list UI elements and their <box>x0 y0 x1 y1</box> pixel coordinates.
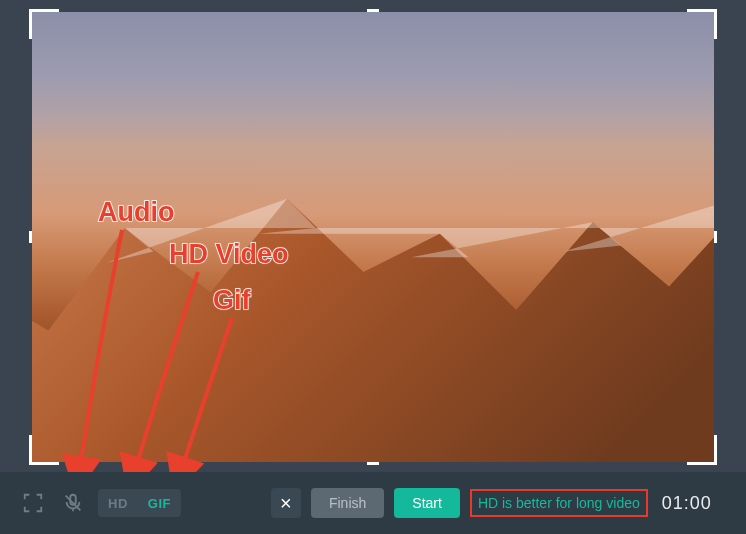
recording-timer: 01:00 <box>662 493 712 514</box>
resize-handle-left[interactable] <box>29 231 32 243</box>
resize-handle-right[interactable] <box>714 231 717 243</box>
resize-handle-top[interactable] <box>367 9 379 12</box>
capture-region[interactable] <box>32 12 714 462</box>
finish-button[interactable]: Finish <box>311 488 384 518</box>
fullscreen-icon[interactable] <box>18 488 48 518</box>
format-tip: HD is better for long video <box>470 489 648 517</box>
resize-handle-top-left[interactable] <box>29 9 59 39</box>
format-toggle: HD GIF <box>98 489 181 517</box>
mountain-ridge <box>32 170 714 463</box>
resize-handle-bottom-right[interactable] <box>687 435 717 465</box>
recorder-controlbar: HD GIF × Finish Start HD is better for l… <box>0 472 746 534</box>
toggle-hd[interactable]: HD <box>98 489 138 517</box>
resize-handle-bottom-left[interactable] <box>29 435 59 465</box>
microphone-muted-icon[interactable] <box>58 488 88 518</box>
desktop-wallpaper <box>32 12 714 462</box>
close-button[interactable]: × <box>271 488 301 518</box>
close-icon: × <box>280 493 292 513</box>
toggle-gif[interactable]: GIF <box>138 489 181 517</box>
resize-handle-bottom[interactable] <box>367 462 379 465</box>
resize-handle-top-right[interactable] <box>687 9 717 39</box>
start-button[interactable]: Start <box>394 488 460 518</box>
